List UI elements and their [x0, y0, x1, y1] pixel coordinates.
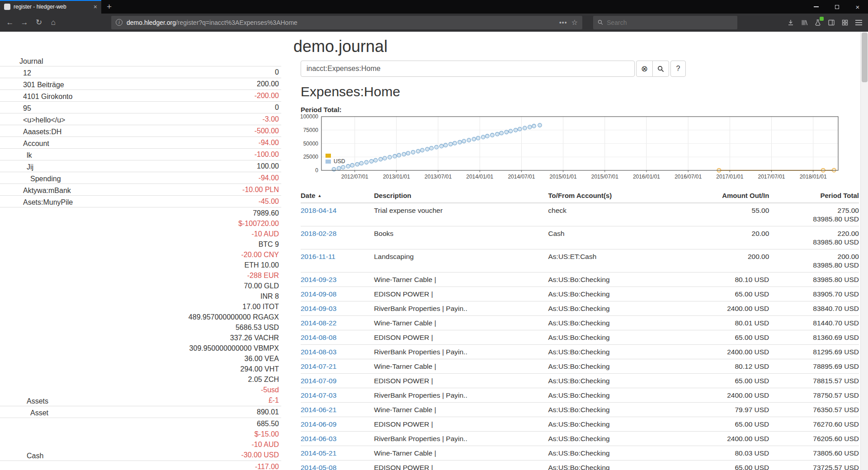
period-total-line: 83985.80 USD — [772, 215, 859, 223]
home-button[interactable]: ⌂ — [46, 16, 61, 29]
account-balance: 0 — [124, 102, 279, 113]
account-link[interactable]: 4101 Girokonto — [23, 93, 72, 100]
account-link[interactable]: Cash — [27, 452, 43, 460]
hamburger-icon — [855, 22, 862, 23]
account-balance: -94.00 — [124, 137, 279, 148]
transaction-date-link[interactable]: 2014-07-03 — [301, 391, 336, 399]
transaction-date-link[interactable]: 2014-09-23 — [301, 276, 336, 283]
account-link[interactable]: Aktywa:mBank — [23, 187, 71, 194]
column-header-description[interactable]: Description — [374, 188, 548, 203]
url-bar[interactable]: i demo.hledger.org/register?q=inacct%3AE… — [111, 16, 582, 29]
window-maximize-button[interactable] — [826, 0, 847, 14]
account-link[interactable]: Assets — [27, 397, 48, 405]
reload-button[interactable]: ↻ — [32, 16, 46, 29]
forward-button[interactable]: → — [17, 16, 32, 29]
register-row: 2014-07-09EDISON POWER |As:US:Bo:Checkin… — [301, 374, 859, 388]
account-balance: -20.00 CNY — [124, 249, 279, 260]
transaction-date-link[interactable]: 2014-09-03 — [301, 305, 336, 312]
column-header-account[interactable]: To/From Account(s) — [548, 188, 676, 203]
transaction-account: As:US:Bo:Checking — [548, 461, 676, 470]
account-link[interactable]: Asset — [30, 409, 48, 417]
browser-search-bar[interactable] — [593, 16, 737, 29]
journal-link[interactable]: Journal — [19, 57, 43, 65]
account-link[interactable]: 301 Beiträge — [23, 81, 64, 89]
transaction-date-link[interactable]: 2014-06-09 — [301, 420, 336, 428]
transaction-account: As:US:Bo:Checking — [548, 359, 676, 374]
register-row: 2014-09-08EDISON POWER |As:US:Bo:Checkin… — [301, 287, 859, 301]
column-header-period-total[interactable]: Period Total — [772, 188, 859, 203]
period-total-line: 83985.80 USD — [772, 275, 859, 284]
account-link[interactable]: lk — [27, 151, 32, 159]
account-balance: 489.957000000000 RGAGX — [124, 312, 279, 322]
clear-query-button[interactable]: ⊗ — [636, 61, 653, 77]
transaction-date-link[interactable]: 2014-06-21 — [301, 406, 336, 414]
downloads-button[interactable] — [784, 16, 797, 29]
column-header-date[interactable]: Date▲ — [301, 188, 374, 203]
tab-bar: register - hledger-web × + × — [0, 0, 868, 14]
sidebar-account-row: Cash685.50$-15.00-10 AUD-30.00 USD — [0, 418, 281, 461]
transaction-date-link[interactable]: 2014-05-21 — [301, 449, 336, 457]
transaction-account: As:US:Bo:Checking — [548, 287, 676, 301]
transaction-date-link[interactable]: 2018-04-14 — [301, 207, 336, 214]
transaction-date-link[interactable]: 2014-07-09 — [301, 377, 336, 385]
transaction-description: Wine-Tarner Cable | — [374, 403, 548, 417]
grid-icon — [841, 19, 849, 26]
transaction-date-link[interactable]: 2018-02-28 — [301, 230, 336, 237]
transaction-description: Wine-Tarner Cable | — [374, 359, 548, 374]
bookmark-star-icon[interactable]: ☆ — [571, 18, 578, 27]
account-link[interactable]: Account — [23, 140, 49, 147]
transaction-period-total: 78750.57 USD — [772, 388, 859, 403]
column-header-amount[interactable]: Amount Out/In — [675, 188, 772, 203]
browser-tab[interactable]: register - hledger-web × — [0, 0, 101, 14]
site-info-icon[interactable]: i — [116, 19, 123, 26]
transaction-date-link[interactable]: 2014-07-21 — [301, 362, 336, 370]
url-path: /register?q=inacct%3AExpenses%3AHome — [176, 19, 297, 26]
transaction-date-link[interactable]: 2014-06-03 — [301, 435, 336, 442]
transaction-date-link[interactable]: 2016-11-11 — [301, 253, 335, 260]
apps-button[interactable] — [838, 16, 852, 29]
download-icon — [787, 19, 794, 26]
tab-close-icon[interactable]: × — [94, 4, 97, 10]
library-icon — [801, 19, 808, 26]
new-tab-button[interactable]: + — [101, 0, 117, 14]
search-button[interactable] — [652, 61, 669, 77]
page-scrollbar[interactable] — [860, 32, 868, 470]
account-balance: $-15.00 — [124, 429, 279, 439]
back-button[interactable]: ← — [3, 16, 17, 29]
transaction-account: As:US:Bo:Checking — [548, 345, 676, 359]
account-link[interactable]: Aaasets:DH — [23, 128, 61, 136]
help-button[interactable]: ? — [670, 61, 686, 77]
account-link[interactable]: Asets:MunyPile — [23, 198, 73, 206]
sidebar-account-row: Aktywa:mBank-10.00 PLN — [0, 184, 281, 196]
account-link[interactable]: <u>hello</u> — [23, 116, 65, 124]
svg-text:100000: 100000 — [300, 114, 318, 120]
account-balance: -45.00 — [124, 196, 279, 207]
account-link[interactable]: Jij — [27, 163, 33, 171]
svg-text:2012/07/01: 2012/07/01 — [341, 174, 368, 180]
scrollbar-thumb[interactable] — [862, 33, 868, 82]
sidebars-button[interactable] — [825, 16, 838, 29]
query-input[interactable] — [301, 61, 635, 77]
transaction-date-link[interactable]: 2014-09-08 — [301, 290, 336, 298]
transaction-date-link[interactable]: 2014-08-22 — [301, 319, 336, 327]
window-close-button[interactable]: × — [847, 0, 868, 14]
extension-button[interactable] — [811, 16, 825, 29]
account-link[interactable]: 12 — [23, 69, 31, 77]
menu-button[interactable] — [852, 16, 865, 29]
svg-text:2017/07/01: 2017/07/01 — [758, 174, 785, 180]
account-balance: -500.00 — [124, 126, 279, 136]
page-actions-icon[interactable]: ••• — [559, 19, 567, 26]
window-minimize-button[interactable] — [806, 0, 826, 14]
account-balance: -200.00 — [124, 90, 279, 101]
browser-search-input[interactable] — [607, 19, 733, 26]
register-row: 2014-05-21Wine-Tarner Cable |As:US:Bo:Ch… — [301, 446, 859, 461]
account-balance: 0 — [124, 67, 279, 77]
transaction-description: EDISON POWER | — [374, 374, 548, 388]
account-link[interactable]: 95 — [23, 104, 31, 112]
account-balance: -100.00 — [124, 149, 279, 160]
account-link[interactable]: Spending — [30, 175, 61, 183]
transaction-date-link[interactable]: 2014-05-08 — [301, 464, 336, 470]
library-button[interactable] — [797, 16, 811, 29]
transaction-date-link[interactable]: 2014-08-08 — [301, 334, 336, 341]
transaction-date-link[interactable]: 2014-08-03 — [301, 348, 336, 356]
